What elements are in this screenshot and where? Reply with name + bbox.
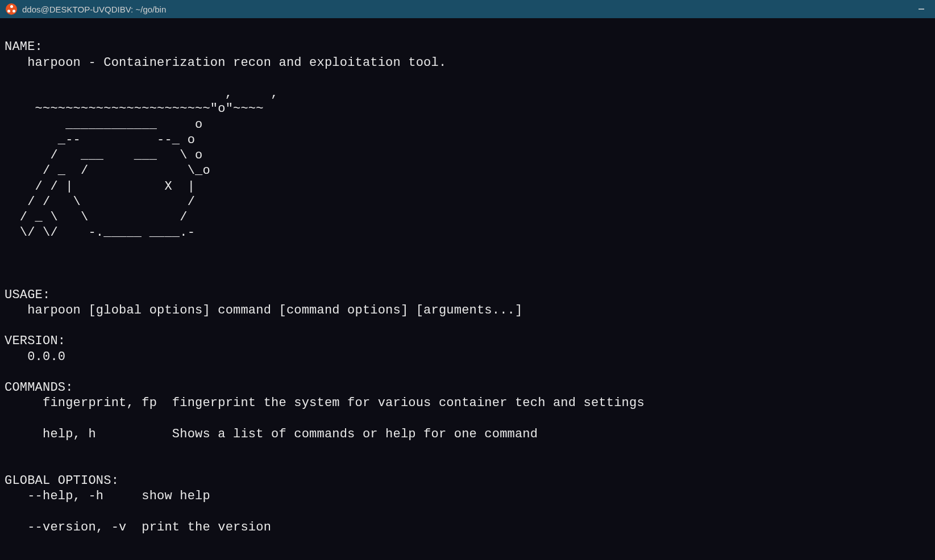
name-heading: NAME:	[5, 40, 43, 54]
ascii-art-logo: , , ~~~~~~~~~~~~~~~~~~~~~~~"o"~~~~ _____…	[5, 86, 279, 240]
window-titlebar: ddos@DESKTOP-UVQDIBV: ~/go/bin	[0, 0, 935, 18]
usage-heading: USAGE:	[5, 288, 50, 302]
version-value: 0.0.0	[5, 350, 65, 364]
global-option-version: --version, -v print the version	[5, 520, 929, 535]
commands-heading: COMMANDS:	[5, 381, 73, 395]
window-controls	[913, 3, 929, 15]
usage-line: harpoon [global options] command [comman…	[5, 303, 522, 317]
minimize-button[interactable]	[913, 3, 929, 15]
name-description: harpoon - Containerization recon and exp…	[5, 56, 446, 70]
command-row-help: help, h Shows a list of commands or help…	[5, 427, 929, 442]
terminal-output[interactable]: NAME: harpoon - Containerization recon a…	[0, 18, 935, 560]
window-title: ddos@DESKTOP-UVQDIBV: ~/go/bin	[22, 5, 913, 14]
global-option-help: --help, -h show help	[5, 488, 929, 504]
version-heading: VERSION:	[5, 334, 65, 348]
ubuntu-icon	[6, 3, 17, 15]
global-options-heading: GLOBAL OPTIONS:	[5, 474, 119, 488]
command-row-fingerprint: fingerprint, fp fingerprint the system f…	[5, 395, 929, 411]
